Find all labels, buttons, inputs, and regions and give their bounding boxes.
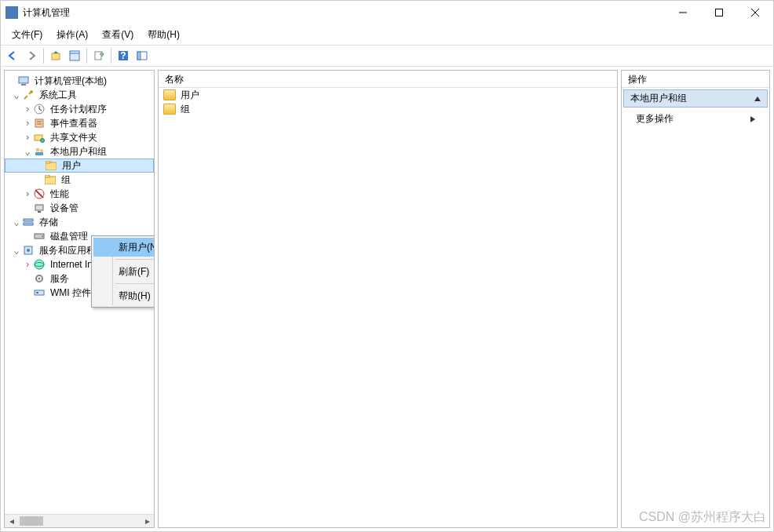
toolbar-separator-2 bbox=[86, 48, 87, 64]
help-icon-button[interactable]: ? bbox=[115, 47, 132, 64]
share-icon bbox=[33, 131, 46, 144]
folder-icon bbox=[45, 159, 57, 172]
list-item[interactable]: 组 bbox=[159, 102, 617, 116]
perf-icon bbox=[33, 188, 46, 200]
tree-label: 存储 bbox=[38, 216, 60, 229]
tree-label: 磁盘管理 bbox=[49, 230, 89, 243]
tree-label: 设备管 bbox=[49, 202, 80, 215]
ctx-help[interactable]: 帮助(H) bbox=[93, 286, 154, 305]
actions-more[interactable]: 更多操作 bbox=[622, 109, 769, 129]
scroll-track[interactable] bbox=[45, 515, 141, 527]
svg-rect-27 bbox=[45, 175, 49, 177]
collapse-icon bbox=[754, 97, 761, 101]
svg-text:?: ? bbox=[120, 50, 126, 61]
expander-icon[interactable]: ⌄ bbox=[11, 89, 22, 100]
tree-label: 用户 bbox=[60, 159, 82, 173]
svg-rect-13 bbox=[21, 84, 26, 86]
expander-icon[interactable]: › bbox=[22, 104, 33, 115]
list-item-label: 组 bbox=[181, 103, 190, 116]
menu-file[interactable]: 文件(F) bbox=[5, 27, 49, 43]
svg-rect-33 bbox=[24, 223, 33, 225]
toolbar-separator-3 bbox=[111, 48, 111, 64]
forward-button[interactable] bbox=[23, 47, 40, 64]
svg-point-21 bbox=[36, 148, 40, 152]
list-body[interactable]: 用户 组 bbox=[159, 88, 617, 527]
svg-point-20 bbox=[41, 139, 45, 143]
tree-label: 任务计划程序 bbox=[49, 103, 108, 116]
svg-rect-12 bbox=[19, 77, 28, 83]
context-menu: 新用户(N)... 刷新(F) 帮助(H) bbox=[91, 235, 154, 308]
device-icon bbox=[33, 202, 46, 214]
svg-rect-30 bbox=[35, 205, 43, 210]
ctx-refresh[interactable]: 刷新(F) bbox=[93, 262, 154, 281]
scroll-left-icon[interactable]: ◂ bbox=[5, 515, 18, 527]
list-item[interactable]: 用户 bbox=[159, 88, 617, 102]
folder-icon bbox=[163, 89, 176, 100]
svg-rect-23 bbox=[35, 152, 43, 155]
export-button[interactable] bbox=[90, 47, 108, 64]
actions-group[interactable]: 本地用户和组 bbox=[623, 89, 768, 107]
svg-rect-11 bbox=[137, 52, 141, 60]
context-menu-separator bbox=[115, 259, 154, 260]
tree-localusersgroups[interactable]: ⌄ 本地用户和组 bbox=[5, 144, 154, 159]
disk-icon bbox=[33, 230, 46, 242]
tree-groups[interactable]: 组 bbox=[5, 173, 154, 187]
svg-point-14 bbox=[30, 90, 33, 93]
tree-label: WMI 控件 bbox=[49, 286, 93, 300]
svg-rect-7 bbox=[95, 52, 101, 60]
menu-help[interactable]: 帮助(H) bbox=[141, 27, 186, 43]
tree-performance[interactable]: › 性能 bbox=[5, 187, 154, 201]
svg-rect-1 bbox=[716, 9, 723, 16]
expander-icon[interactable]: › bbox=[22, 132, 33, 143]
ctx-new-user[interactable]: 新用户(N)... bbox=[93, 238, 154, 257]
properties-button[interactable] bbox=[66, 47, 83, 64]
tree[interactable]: 计算机管理(本地) ⌄ 系统工具 › 任务计划程序 › 事件查看器 bbox=[5, 71, 154, 514]
svg-rect-25 bbox=[46, 161, 50, 163]
scroll-thumb[interactable] bbox=[20, 516, 43, 526]
tree-label: 事件查看器 bbox=[49, 117, 99, 130]
svg-rect-4 bbox=[52, 53, 60, 60]
svg-point-41 bbox=[38, 278, 41, 280]
tree-eventviewer[interactable]: › 事件查看器 bbox=[5, 116, 154, 130]
tree-root[interactable]: 计算机管理(本地) bbox=[5, 74, 154, 88]
iis-icon bbox=[33, 258, 46, 271]
expander-icon[interactable]: ⌄ bbox=[11, 245, 22, 256]
svg-point-38 bbox=[35, 260, 44, 269]
expander-icon[interactable]: › bbox=[22, 188, 33, 199]
users-icon bbox=[33, 145, 46, 158]
tree-users[interactable]: 用户 bbox=[5, 159, 154, 173]
tree-label: 本地用户和组 bbox=[49, 145, 108, 159]
close-button[interactable] bbox=[737, 1, 773, 24]
horizontal-scrollbar[interactable]: ◂ ▸ bbox=[5, 514, 154, 527]
tree-sharedfolders[interactable]: › 共享文件夹 bbox=[5, 130, 154, 144]
menu-action[interactable]: 操作(A) bbox=[50, 27, 94, 43]
storage-icon bbox=[22, 216, 35, 228]
maximize-button[interactable] bbox=[701, 1, 737, 24]
expander-icon[interactable]: ⌄ bbox=[11, 217, 22, 228]
tree-storage[interactable]: ⌄ 存储 bbox=[5, 215, 154, 229]
show-hide-button[interactable] bbox=[133, 47, 151, 64]
up-button[interactable] bbox=[47, 47, 64, 64]
tree-label: 服务 bbox=[49, 272, 71, 286]
app-icon bbox=[5, 6, 18, 19]
back-button[interactable] bbox=[4, 47, 21, 64]
menu-view[interactable]: 查看(V) bbox=[96, 27, 140, 43]
toolbar: ? bbox=[1, 45, 773, 67]
tree-root-label: 计算机管理(本地) bbox=[33, 75, 108, 88]
scroll-right-icon[interactable]: ▸ bbox=[141, 515, 154, 527]
expander-icon[interactable]: ⌄ bbox=[22, 146, 33, 157]
expander-icon[interactable]: › bbox=[22, 118, 33, 129]
tree-devicemgr[interactable]: 设备管 bbox=[5, 201, 154, 215]
actions-group-label: 本地用户和组 bbox=[630, 92, 687, 105]
tree-taskscheduler[interactable]: › 任务计划程序 bbox=[5, 102, 154, 116]
svg-point-35 bbox=[42, 235, 43, 237]
context-menu-separator bbox=[115, 283, 154, 284]
svg-rect-43 bbox=[36, 292, 38, 293]
minimize-button[interactable] bbox=[665, 1, 701, 24]
column-name[interactable]: 名称 bbox=[159, 71, 617, 87]
toolbar-separator bbox=[43, 48, 44, 64]
expander-icon[interactable]: › bbox=[22, 259, 33, 270]
chevron-right-icon bbox=[750, 116, 755, 122]
tree-systools[interactable]: ⌄ 系统工具 bbox=[5, 88, 154, 102]
list-item-label: 用户 bbox=[181, 89, 199, 102]
